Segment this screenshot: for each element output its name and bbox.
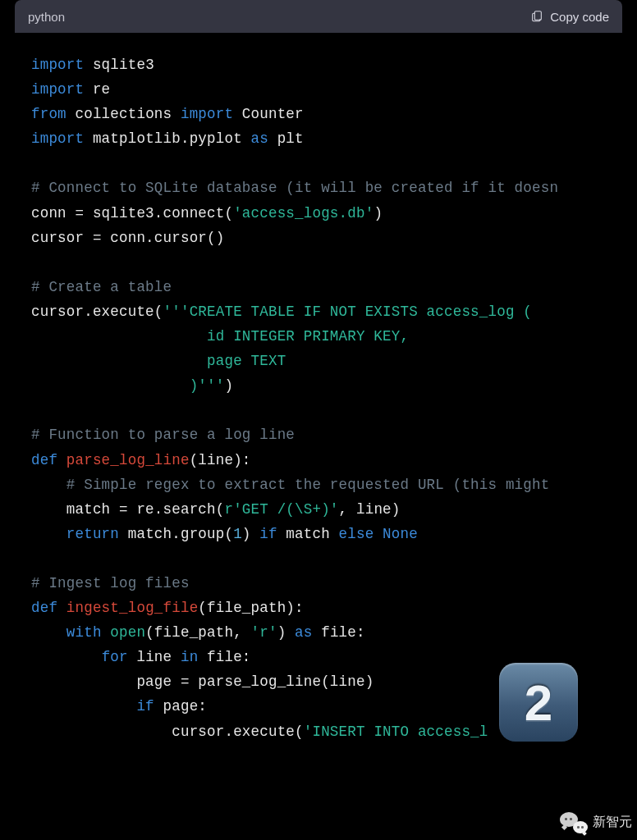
- copy-code-button[interactable]: Copy code: [530, 9, 609, 25]
- code-line: def ingest_log_file(file_path):: [31, 596, 606, 620]
- code-line: with open(file_path, 'r') as file:: [31, 620, 606, 645]
- code-line: [31, 151, 606, 176]
- wechat-source-badge[interactable]: 新智元: [560, 810, 632, 833]
- code-line: import sqlite3: [31, 52, 606, 77]
- code-line: # Function to parse a log line: [31, 422, 606, 447]
- code-line: page TEXT: [31, 349, 606, 373]
- overlay-app-icon[interactable]: 2: [499, 663, 578, 742]
- code-line: )'''): [31, 373, 606, 398]
- code-header: python Copy code: [15, 0, 622, 33]
- code-line: # Create a table: [31, 275, 606, 299]
- code-line: cursor = conn.cursor(): [31, 226, 606, 250]
- code-language-label: python: [28, 10, 65, 24]
- code-line: return match.group(1) if match else None: [31, 522, 606, 546]
- overlay-app-icon-digit: 2: [525, 673, 552, 732]
- code-line: import re: [31, 77, 606, 102]
- copy-code-label: Copy code: [550, 10, 609, 24]
- code-content: import sqlite3import refrom collections …: [15, 33, 622, 760]
- code-line: id INTEGER PRIMARY KEY,: [31, 324, 606, 349]
- code-line: # Ingest log files: [31, 571, 606, 596]
- code-line: # Connect to SQLite database (it will be…: [31, 176, 606, 200]
- code-line: match = re.search(r'GET /(\S+)', line): [31, 497, 606, 522]
- code-line: from collections import Counter: [31, 102, 606, 126]
- wechat-icon: [560, 810, 588, 833]
- code-line: import matplotlib.pyplot as plt: [31, 126, 606, 151]
- code-line: # Simple regex to extract the requested …: [31, 472, 606, 497]
- code-line: [31, 546, 606, 571]
- clipboard-icon: [530, 9, 543, 25]
- code-line: [31, 398, 606, 422]
- code-line: conn = sqlite3.connect('access_logs.db'): [31, 201, 606, 226]
- code-line: [31, 250, 606, 275]
- code-line: def parse_log_line(line):: [31, 448, 606, 472]
- code-line: cursor.execute('''CREATE TABLE IF NOT EX…: [31, 299, 606, 324]
- wechat-source-label: 新智元: [593, 814, 632, 831]
- svg-rect-0: [535, 11, 542, 20]
